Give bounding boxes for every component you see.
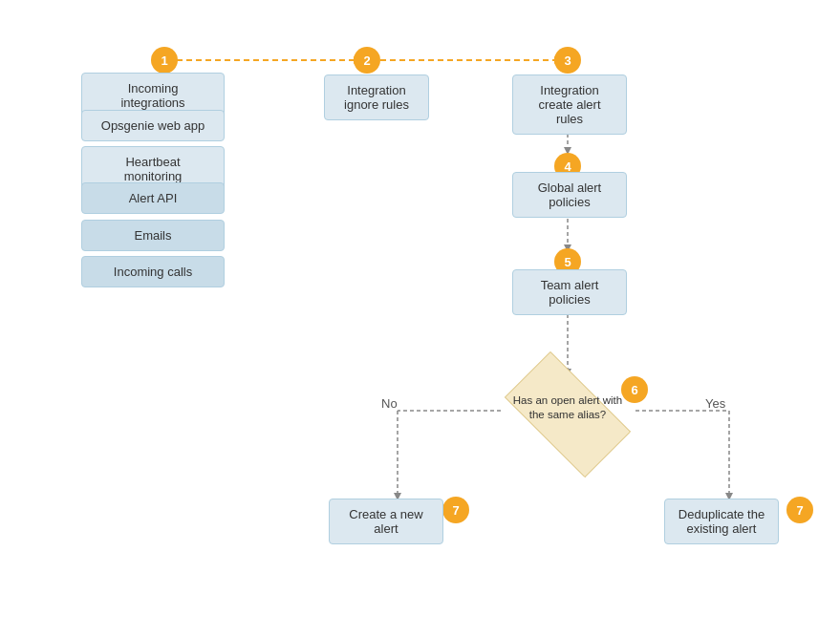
sidebar-opsgenie-web-app[interactable]: Opsgenie web app	[81, 110, 225, 141]
no-label: No	[381, 396, 398, 411]
step-3-circle: 3	[554, 47, 581, 74]
deduplicate-alert-box: Deduplicate the existing alert	[664, 499, 779, 544]
diagram-container: 1 2 3 4 5 6 7 7 Incoming integrations Op…	[0, 0, 840, 637]
step-7a-circle: 7	[442, 497, 469, 523]
sidebar-emails[interactable]: Emails	[81, 220, 225, 251]
team-alert-policies-box: Team alert policies	[512, 269, 627, 315]
create-new-alert-box: Create a new alert	[329, 499, 443, 544]
global-alert-policies-box: Global alert policies	[512, 172, 627, 218]
yes-label: Yes	[705, 396, 725, 411]
diamond-container: Has an open alert with the same alias?	[501, 376, 635, 453]
step-1-circle: 1	[151, 47, 178, 74]
step-7b-circle: 7	[786, 497, 813, 523]
sidebar-alert-api[interactable]: Alert API	[81, 182, 225, 214]
integration-create-alert-rules-box: Integration create alert rules	[512, 74, 627, 135]
integration-ignore-rules-box: Integration ignore rules	[324, 74, 429, 120]
step-2-circle: 2	[354, 47, 380, 74]
sidebar-incoming-calls[interactable]: Incoming calls	[81, 256, 225, 287]
